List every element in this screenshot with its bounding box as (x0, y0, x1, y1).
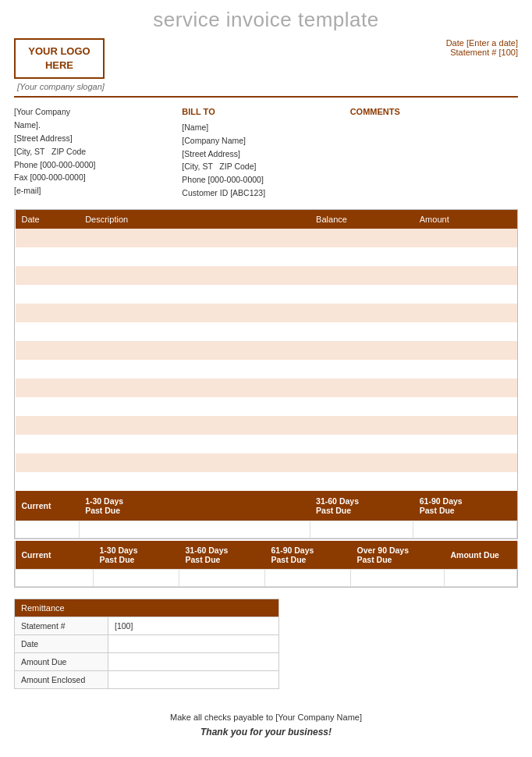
table-row (16, 472, 517, 491)
aging-31-60-value (310, 521, 413, 538)
remittance-row: Statement #[100] (15, 617, 279, 634)
table-header-row: Date Description Balance Amount (16, 210, 517, 229)
table-row (16, 416, 517, 435)
aging-header-row: Current 1-30 DaysPast Due 31-60 DaysPast… (16, 491, 517, 521)
thank-you-text: Thank you for your business! (14, 727, 518, 737)
remittance-header: Remittance (15, 599, 279, 617)
invoice-table: Date Description Balance Amount Current … (15, 210, 517, 538)
aging-col-current: Current (16, 541, 94, 570)
col-header-date: Date (16, 210, 80, 229)
logo-box: YOUR LOGO HERE (14, 38, 105, 79)
remittance-value: [100] (108, 617, 279, 634)
col-header-amount: Amount (413, 210, 517, 229)
aging-col-61-90: 61-90 DaysPast Due (265, 541, 351, 570)
table-row (16, 453, 517, 472)
aging-col-1-30: 1-30 DaysPast Due (94, 541, 179, 570)
aging-1-30-val (94, 569, 179, 586)
comments-section: COMMENTS (350, 105, 518, 199)
aging-amount-due-val (445, 569, 517, 586)
aging-col-over-90: Over 90 DaysPast Due (351, 541, 445, 570)
aging-values-row2 (16, 569, 517, 586)
remittance-table: Remittance Statement #[100]DateAmount Du… (14, 599, 279, 689)
remittance-value (108, 652, 279, 670)
aging-61-90-val (265, 569, 351, 586)
aging-31-60-val (179, 569, 265, 586)
aging-1-30: 1-30 DaysPast Due (79, 491, 310, 521)
checks-payable-text: Make all checks payable to [Your Company… (14, 713, 518, 722)
remittance-value (108, 670, 279, 688)
company-slogan: [Your company slogan] (17, 82, 105, 91)
table-row (16, 397, 517, 416)
table-row (16, 285, 517, 304)
remittance-row: Amount Enclosed (15, 670, 279, 688)
aging-61-90-value (413, 521, 517, 538)
table-row (16, 247, 517, 266)
table-row (16, 378, 517, 397)
statement-number: Statement # [100] (446, 48, 518, 57)
aging-61-90: 61-90 DaysPast Due (413, 491, 517, 521)
invoice-date: Date [Enter a date] (446, 38, 518, 48)
aging-col-amount-due: Amount Due (445, 541, 517, 570)
table-row (16, 341, 517, 360)
aging-col-31-60: 31-60 DaysPast Due (179, 541, 265, 570)
table-row (16, 304, 517, 322)
aging-1-30-value (79, 521, 310, 538)
bill-to-section: BILL TO [Name] [Company Name] [Street Ad… (182, 105, 349, 199)
col-header-balance: Balance (310, 210, 413, 229)
remittance-value (108, 634, 279, 652)
remittance-row: Date (15, 634, 279, 652)
table-row (16, 266, 517, 285)
aging-values-row (16, 521, 517, 538)
aging-31-60: 31-60 DaysPast Due (310, 491, 413, 521)
aging-current-value (16, 521, 80, 538)
table-row (16, 435, 517, 453)
remittance-label: Date (15, 634, 108, 652)
col-header-description: Description (79, 210, 310, 229)
remittance-label: Amount Due (15, 652, 108, 670)
aging-current-val (16, 569, 94, 586)
aging-over-90-val (351, 569, 445, 586)
page-title: service invoice template (14, 8, 518, 32)
remittance-row: Amount Due (15, 652, 279, 670)
table-row (16, 229, 517, 247)
company-info: [Your Company Name]. [Street Address] [C… (14, 105, 182, 199)
aging-table: Current 1-30 DaysPast Due 31-60 DaysPast… (15, 541, 517, 587)
remittance-label: Statement # (15, 617, 108, 634)
aging-header-row2: Current 1-30 DaysPast Due 31-60 DaysPast… (16, 541, 517, 570)
table-row (16, 360, 517, 378)
table-row (16, 322, 517, 341)
aging-current: Current (16, 491, 80, 521)
remittance-label: Amount Enclosed (15, 670, 108, 688)
